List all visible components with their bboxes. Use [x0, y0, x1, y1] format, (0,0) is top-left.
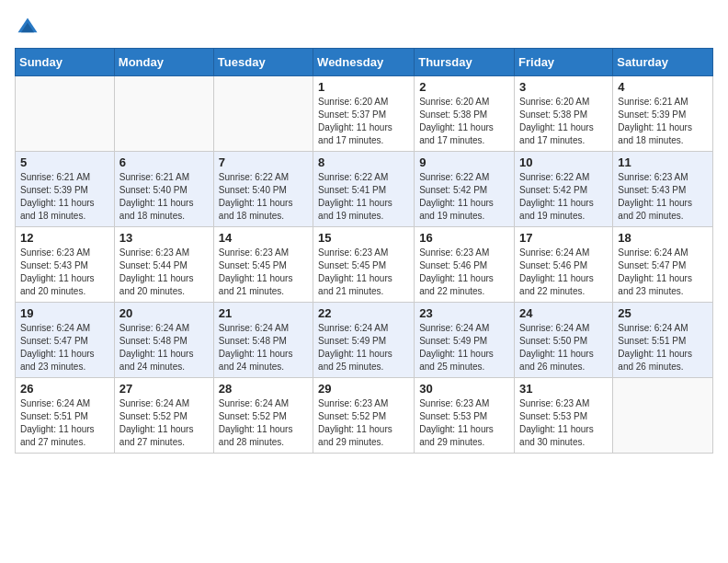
day-info: Sunrise: 6:24 AM Sunset: 5:47 PM Dayligh… — [20, 322, 109, 373]
calendar-cell: 7Sunrise: 6:22 AM Sunset: 5:40 PM Daylig… — [213, 152, 313, 227]
calendar-cell: 31Sunrise: 6:23 AM Sunset: 5:53 PM Dayli… — [515, 378, 613, 454]
day-number: 20 — [119, 306, 209, 320]
day-number: 4 — [618, 80, 708, 94]
day-number: 17 — [519, 231, 608, 245]
day-info: Sunrise: 6:20 AM Sunset: 5:38 PM Dayligh… — [519, 96, 608, 147]
day-info: Sunrise: 6:23 AM Sunset: 5:46 PM Dayligh… — [419, 247, 509, 298]
logo — [15, 15, 44, 40]
day-info: Sunrise: 6:20 AM Sunset: 5:37 PM Dayligh… — [318, 96, 409, 147]
day-info: Sunrise: 6:24 AM Sunset: 5:49 PM Dayligh… — [318, 322, 409, 373]
day-info: Sunrise: 6:22 AM Sunset: 5:42 PM Dayligh… — [419, 171, 509, 223]
day-number: 18 — [618, 231, 708, 245]
calendar-cell — [613, 378, 713, 454]
calendar-cell: 15Sunrise: 6:23 AM Sunset: 5:45 PM Dayli… — [313, 227, 415, 303]
day-info: Sunrise: 6:24 AM Sunset: 5:48 PM Dayligh… — [219, 322, 308, 373]
calendar-table: SundayMondayTuesdayWednesdayThursdayFrid… — [15, 48, 713, 454]
day-number: 30 — [419, 382, 509, 396]
day-number: 13 — [119, 231, 209, 245]
calendar-cell: 18Sunrise: 6:24 AM Sunset: 5:47 PM Dayli… — [613, 227, 713, 303]
weekday-header-sunday: Sunday — [16, 49, 115, 76]
day-number: 9 — [419, 155, 509, 169]
day-info: Sunrise: 6:21 AM Sunset: 5:40 PM Dayligh… — [119, 171, 209, 223]
calendar-cell — [16, 76, 115, 152]
calendar-cell: 27Sunrise: 6:24 AM Sunset: 5:52 PM Dayli… — [114, 378, 213, 454]
day-number: 12 — [20, 231, 109, 245]
day-number: 3 — [519, 80, 608, 94]
day-number: 31 — [519, 382, 608, 396]
calendar-cell: 29Sunrise: 6:23 AM Sunset: 5:52 PM Dayli… — [313, 378, 415, 454]
day-info: Sunrise: 6:21 AM Sunset: 5:39 PM Dayligh… — [618, 96, 708, 147]
calendar-cell: 28Sunrise: 6:24 AM Sunset: 5:52 PM Dayli… — [213, 378, 313, 454]
logo-icon — [15, 15, 40, 40]
weekday-header-row: SundayMondayTuesdayWednesdayThursdayFrid… — [16, 49, 713, 76]
calendar-cell: 24Sunrise: 6:24 AM Sunset: 5:50 PM Dayli… — [515, 303, 613, 378]
weekday-header-thursday: Thursday — [415, 49, 515, 76]
day-number: 24 — [519, 306, 608, 320]
day-number: 7 — [219, 155, 308, 169]
weekday-header-wednesday: Wednesday — [313, 49, 415, 76]
day-info: Sunrise: 6:23 AM Sunset: 5:53 PM Dayligh… — [419, 397, 509, 449]
calendar-header: SundayMondayTuesdayWednesdayThursdayFrid… — [16, 49, 713, 76]
calendar-week-5: 26Sunrise: 6:24 AM Sunset: 5:51 PM Dayli… — [16, 378, 713, 454]
day-info: Sunrise: 6:22 AM Sunset: 5:41 PM Dayligh… — [318, 171, 409, 223]
day-number: 27 — [119, 382, 209, 396]
calendar-cell: 4Sunrise: 6:21 AM Sunset: 5:39 PM Daylig… — [613, 76, 713, 152]
calendar-cell: 19Sunrise: 6:24 AM Sunset: 5:47 PM Dayli… — [16, 303, 115, 378]
calendar-cell: 25Sunrise: 6:24 AM Sunset: 5:51 PM Dayli… — [613, 303, 713, 378]
calendar-cell: 17Sunrise: 6:24 AM Sunset: 5:46 PM Dayli… — [515, 227, 613, 303]
day-number: 2 — [419, 80, 509, 94]
day-number: 14 — [219, 231, 308, 245]
calendar-cell: 12Sunrise: 6:23 AM Sunset: 5:43 PM Dayli… — [16, 227, 115, 303]
day-info: Sunrise: 6:23 AM Sunset: 5:45 PM Dayligh… — [219, 247, 308, 298]
calendar-cell: 6Sunrise: 6:21 AM Sunset: 5:40 PM Daylig… — [114, 152, 213, 227]
weekday-header-friday: Friday — [515, 49, 613, 76]
day-info: Sunrise: 6:24 AM Sunset: 5:50 PM Dayligh… — [519, 322, 608, 373]
calendar-week-4: 19Sunrise: 6:24 AM Sunset: 5:47 PM Dayli… — [16, 303, 713, 378]
day-info: Sunrise: 6:24 AM Sunset: 5:46 PM Dayligh… — [519, 247, 608, 298]
day-number: 26 — [20, 382, 109, 396]
day-number: 19 — [20, 306, 109, 320]
day-info: Sunrise: 6:24 AM Sunset: 5:47 PM Dayligh… — [618, 247, 708, 298]
day-number: 6 — [119, 155, 209, 169]
calendar-cell: 20Sunrise: 6:24 AM Sunset: 5:48 PM Dayli… — [114, 303, 213, 378]
calendar-week-2: 5Sunrise: 6:21 AM Sunset: 5:39 PM Daylig… — [16, 152, 713, 227]
calendar-cell: 23Sunrise: 6:24 AM Sunset: 5:49 PM Dayli… — [415, 303, 515, 378]
day-info: Sunrise: 6:23 AM Sunset: 5:43 PM Dayligh… — [20, 247, 109, 298]
calendar-cell: 26Sunrise: 6:24 AM Sunset: 5:51 PM Dayli… — [16, 378, 115, 454]
weekday-header-tuesday: Tuesday — [213, 49, 313, 76]
day-info: Sunrise: 6:21 AM Sunset: 5:39 PM Dayligh… — [20, 171, 109, 223]
day-number: 1 — [318, 80, 409, 94]
calendar-cell: 5Sunrise: 6:21 AM Sunset: 5:39 PM Daylig… — [16, 152, 115, 227]
day-number: 5 — [20, 155, 109, 169]
day-number: 8 — [318, 155, 409, 169]
day-number: 15 — [318, 231, 409, 245]
calendar-cell: 11Sunrise: 6:23 AM Sunset: 5:43 PM Dayli… — [613, 152, 713, 227]
calendar-cell: 9Sunrise: 6:22 AM Sunset: 5:42 PM Daylig… — [415, 152, 515, 227]
day-info: Sunrise: 6:20 AM Sunset: 5:38 PM Dayligh… — [419, 96, 509, 147]
day-info: Sunrise: 6:24 AM Sunset: 5:49 PM Dayligh… — [419, 322, 509, 373]
calendar-week-1: 1Sunrise: 6:20 AM Sunset: 5:37 PM Daylig… — [16, 76, 713, 152]
day-number: 25 — [618, 306, 708, 320]
weekday-header-monday: Monday — [114, 49, 213, 76]
calendar-cell: 13Sunrise: 6:23 AM Sunset: 5:44 PM Dayli… — [114, 227, 213, 303]
calendar-cell: 8Sunrise: 6:22 AM Sunset: 5:41 PM Daylig… — [313, 152, 415, 227]
day-info: Sunrise: 6:24 AM Sunset: 5:51 PM Dayligh… — [618, 322, 708, 373]
calendar-cell: 21Sunrise: 6:24 AM Sunset: 5:48 PM Dayli… — [213, 303, 313, 378]
day-info: Sunrise: 6:23 AM Sunset: 5:44 PM Dayligh… — [119, 247, 209, 298]
day-info: Sunrise: 6:22 AM Sunset: 5:40 PM Dayligh… — [219, 171, 308, 223]
calendar-cell: 10Sunrise: 6:22 AM Sunset: 5:42 PM Dayli… — [515, 152, 613, 227]
day-info: Sunrise: 6:23 AM Sunset: 5:43 PM Dayligh… — [618, 171, 708, 223]
day-info: Sunrise: 6:23 AM Sunset: 5:52 PM Dayligh… — [318, 397, 409, 449]
calendar-cell: 22Sunrise: 6:24 AM Sunset: 5:49 PM Dayli… — [313, 303, 415, 378]
day-info: Sunrise: 6:23 AM Sunset: 5:53 PM Dayligh… — [519, 397, 608, 449]
day-info: Sunrise: 6:24 AM Sunset: 5:52 PM Dayligh… — [219, 397, 308, 449]
calendar-cell — [114, 76, 213, 152]
day-number: 21 — [219, 306, 308, 320]
day-info: Sunrise: 6:24 AM Sunset: 5:48 PM Dayligh… — [119, 322, 209, 373]
day-number: 22 — [318, 306, 409, 320]
day-number: 10 — [519, 155, 608, 169]
day-number: 28 — [219, 382, 308, 396]
day-info: Sunrise: 6:24 AM Sunset: 5:52 PM Dayligh… — [119, 397, 209, 449]
day-info: Sunrise: 6:23 AM Sunset: 5:45 PM Dayligh… — [318, 247, 409, 298]
calendar-cell: 30Sunrise: 6:23 AM Sunset: 5:53 PM Dayli… — [415, 378, 515, 454]
